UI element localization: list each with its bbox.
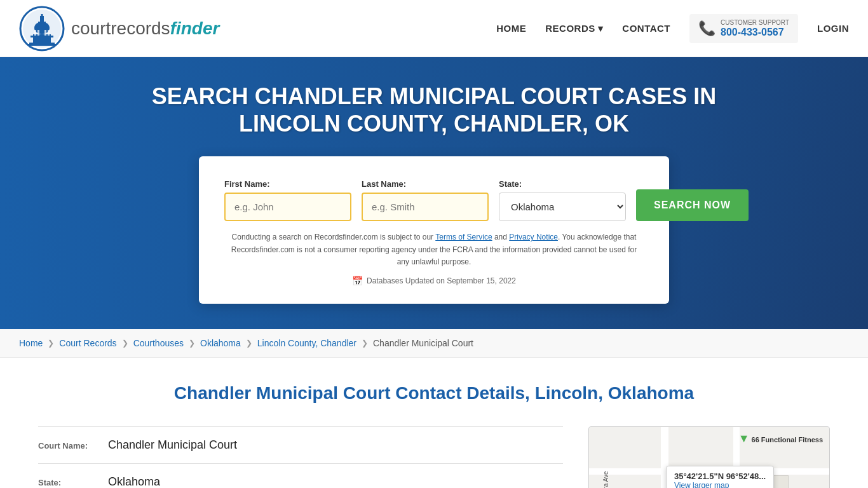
- nav-records[interactable]: RECORDS ▾: [545, 23, 603, 34]
- breadcrumb-courthouses[interactable]: Courthouses: [133, 338, 184, 348]
- court-name-value: Chandler Municipal Court: [108, 438, 237, 452]
- breadcrumb-current: Chandler Municipal Court: [373, 338, 473, 348]
- support-label: CUSTOMER SUPPORT: [721, 19, 789, 27]
- svg-rect-8: [34, 30, 36, 36]
- breadcrumb-court-records[interactable]: Court Records: [59, 338, 116, 348]
- state-group: State: Oklahoma Alabama Alaska Arizona C…: [499, 179, 626, 221]
- terms-link[interactable]: Terms of Service: [435, 233, 492, 241]
- chevron-down-icon: ▾: [598, 23, 604, 34]
- main-content: Chandler Municipal Court Contact Details…: [0, 358, 868, 488]
- map-placeholder[interactable]: Sierra Ave W 4th St ▼ 66 Functional Fitn…: [588, 426, 830, 488]
- logo-text: courtrecordsfinder: [71, 18, 219, 39]
- details-panel: Court Name: Chandler Municipal Court Sta…: [38, 426, 563, 488]
- calendar-icon: 📅: [352, 276, 363, 286]
- logo-area: courtrecordsfinder: [19, 6, 496, 51]
- state-detail-value: Oklahoma: [108, 475, 160, 488]
- main-nav: HOME RECORDS ▾ CONTACT 📞 CUSTOMER SUPPOR…: [496, 14, 849, 43]
- hero-section: SEARCH CHANDLER MUNICIPAL COURT CASES IN…: [0, 57, 868, 329]
- svg-rect-9: [37, 30, 39, 36]
- state-row: State: Oklahoma: [38, 463, 563, 488]
- street-label: Sierra Ave: [602, 471, 609, 488]
- nav-home[interactable]: HOME: [496, 23, 526, 34]
- breadcrumb: Home ❯ Court Records ❯ Courthouses ❯ Okl…: [0, 329, 868, 358]
- sep-4: ❯: [246, 339, 252, 348]
- search-box: First Name: Last Name: State: Oklahoma A…: [199, 156, 669, 304]
- logo-icon: [19, 6, 65, 51]
- svg-rect-3: [31, 36, 53, 37]
- content-body: Court Name: Chandler Municipal Court Sta…: [38, 426, 830, 488]
- fitness-label: ▼ 66 Functional Fitness: [738, 432, 823, 445]
- nav-login[interactable]: LOGIN: [817, 23, 849, 34]
- last-name-group: Last Name:: [362, 179, 489, 221]
- privacy-link[interactable]: Privacy Notice: [509, 233, 558, 241]
- content-title: Chandler Municipal Court Contact Details…: [38, 383, 830, 403]
- map-background: Sierra Ave W 4th St ▼ 66 Functional Fitn…: [589, 427, 829, 488]
- search-button[interactable]: SEARCH NOW: [636, 189, 749, 221]
- support-block: 📞 CUSTOMER SUPPORT 800-433-0567: [689, 14, 798, 43]
- hero-title: SEARCH CHANDLER MUNICIPAL COURT CASES IN…: [148, 83, 720, 137]
- last-name-input[interactable]: [362, 193, 489, 221]
- sep-3: ❯: [189, 339, 195, 348]
- view-larger-link[interactable]: View larger map: [674, 481, 766, 488]
- svg-rect-11: [48, 30, 50, 36]
- breadcrumb-oklahoma[interactable]: Oklahoma: [200, 338, 241, 348]
- header: courtrecordsfinder HOME RECORDS ▾ CONTAC…: [0, 0, 868, 57]
- breadcrumb-home[interactable]: Home: [19, 338, 43, 348]
- svg-rect-7: [41, 14, 43, 17]
- court-name-label: Court Name:: [38, 441, 102, 451]
- map-panel: Sierra Ave W 4th St ▼ 66 Functional Fitn…: [588, 426, 830, 488]
- state-label: State:: [499, 179, 626, 189]
- sep-2: ❯: [122, 339, 128, 348]
- headset-icon: 📞: [698, 20, 715, 37]
- disclaimer-text: Conducting a search on Recordsfinder.com…: [224, 231, 644, 268]
- court-name-row: Court Name: Chandler Municipal Court: [38, 426, 563, 463]
- first-name-label: First Name:: [224, 179, 351, 189]
- nav-contact[interactable]: CONTACT: [622, 23, 670, 34]
- db-updated: 📅 Databases Updated on September 15, 202…: [224, 276, 644, 286]
- sep-1: ❯: [48, 339, 54, 348]
- map-pin-green: ▼: [738, 432, 750, 445]
- sep-5: ❯: [362, 339, 368, 348]
- first-name-group: First Name:: [224, 179, 351, 221]
- support-phone[interactable]: 800-433-0567: [721, 27, 789, 38]
- search-fields: First Name: Last Name: State: Oklahoma A…: [224, 179, 644, 221]
- svg-rect-10: [44, 30, 46, 36]
- state-detail-label: State:: [38, 478, 102, 487]
- breadcrumb-lincoln-chandler[interactable]: Lincoln County, Chandler: [257, 338, 356, 348]
- map-coords: 35°42'21.5"N 96°52'48...: [674, 471, 766, 481]
- last-name-label: Last Name:: [362, 179, 489, 189]
- db-updated-text: Databases Updated on September 15, 2022: [367, 276, 516, 285]
- svg-rect-13: [27, 44, 57, 46]
- map-tooltip: 35°42'21.5"N 96°52'48... View larger map: [666, 466, 774, 488]
- state-select[interactable]: Oklahoma Alabama Alaska Arizona Californ…: [499, 193, 626, 221]
- first-name-input[interactable]: [224, 193, 351, 221]
